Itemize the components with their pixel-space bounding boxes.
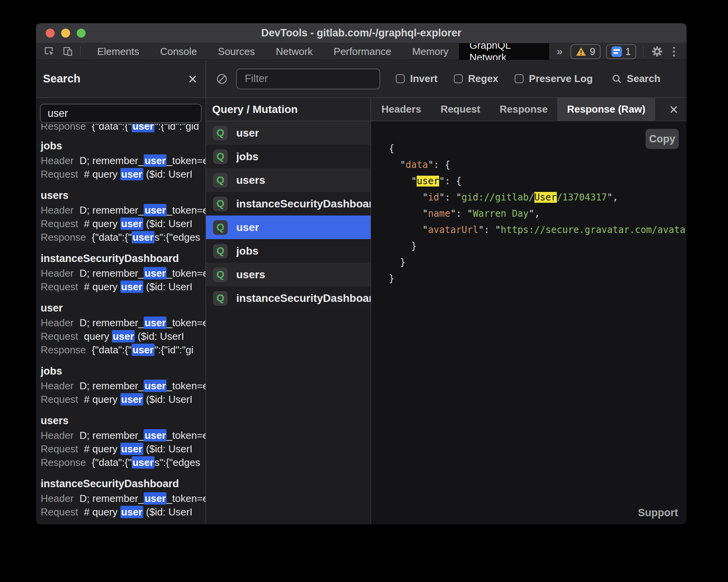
search-result-row[interactable]: Response{"data":{"users":{"edges bbox=[41, 456, 206, 469]
search-result-text: {"data":{" bbox=[92, 231, 132, 243]
search-result-row[interactable]: Request# query user ($id: UserI bbox=[41, 505, 206, 519]
filter-search-button[interactable]: Search bbox=[611, 73, 661, 85]
toolbar-tab-graphql-network[interactable]: GraphQL Network bbox=[459, 43, 549, 60]
toolbar-tab-memory[interactable]: Memory bbox=[402, 43, 459, 60]
search-result-section: jobsHeaderD; remember_user_token=eReques… bbox=[41, 140, 206, 181]
search-result-row[interactable]: HeaderD; remember_user_token=e bbox=[41, 267, 206, 280]
search-result-text: s":{"edges bbox=[155, 231, 200, 243]
devtools-window: DevTools - gitlab.com/-/graphql-explorer… bbox=[36, 23, 687, 524]
query-type-icon: Q bbox=[213, 149, 228, 164]
toolbar-tab-network[interactable]: Network bbox=[265, 43, 323, 60]
search-result-row[interactable]: Request# query user ($id: UserI bbox=[41, 442, 206, 456]
search-result-row-label: Response bbox=[41, 457, 86, 468]
search-result-section: jobsHeaderD; remember_user_token=eReques… bbox=[41, 365, 206, 406]
search-result-row-label: Request bbox=[41, 506, 78, 518]
search-result-operation-name[interactable]: users bbox=[41, 414, 206, 429]
search-result-row[interactable]: Request# query user ($id: UserI bbox=[41, 168, 206, 181]
query-item-instancesecuritydashboard[interactable]: QinstanceSecurityDashboard bbox=[206, 286, 371, 310]
detail-tab-response-raw[interactable]: Response (Raw) bbox=[557, 98, 655, 121]
search-result-row[interactable]: Response{"data":{"user":{"id":"gid bbox=[41, 124, 206, 133]
query-item-label: users bbox=[236, 174, 265, 187]
settings-gear-icon[interactable] bbox=[651, 45, 664, 58]
filter-checkbox-preserve-log[interactable]: Preserve Log bbox=[515, 73, 593, 85]
detail-tab-headers[interactable]: Headers bbox=[372, 98, 431, 121]
filter-checkbox-regex[interactable]: Regex bbox=[454, 73, 498, 85]
json-token: /13704317 bbox=[557, 192, 607, 203]
checkbox-label-regex: Regex bbox=[468, 73, 498, 85]
search-input[interactable] bbox=[40, 104, 202, 123]
checkbox-box-invert[interactable] bbox=[396, 74, 405, 83]
search-result-text: ($id: UserI bbox=[143, 443, 192, 455]
search-panel-header: Search × bbox=[36, 60, 206, 98]
search-result-row[interactable]: HeaderD; remember_user_token=e bbox=[41, 379, 206, 393]
search-result-row[interactable]: HeaderD; remember_user_token=e bbox=[41, 316, 206, 330]
search-result-row-label: Response bbox=[41, 344, 86, 356]
copy-button[interactable]: Copy bbox=[646, 129, 679, 149]
search-result-row[interactable]: Requestquery user ($id: UserI bbox=[41, 330, 206, 343]
search-result-row[interactable]: Response{"data":{"user":{"id":"gi bbox=[41, 343, 206, 357]
checkbox-box-preserve-log[interactable] bbox=[515, 74, 524, 83]
search-match-highlight: user bbox=[120, 281, 143, 293]
search-result-operation-name[interactable]: jobs bbox=[41, 365, 206, 379]
search-result-operation-name[interactable]: user bbox=[41, 302, 206, 316]
checkbox-box-regex[interactable] bbox=[454, 74, 463, 83]
search-result-row-label: Header bbox=[41, 430, 74, 441]
search-result-row[interactable]: HeaderD; remember_user_token=e bbox=[41, 154, 206, 168]
filter-checkbox-invert[interactable]: Invert bbox=[396, 73, 438, 85]
support-link[interactable]: Support bbox=[638, 507, 678, 519]
search-result-row-label: Response bbox=[41, 124, 86, 132]
query-list-panel: Query / Mutation QuserQjobsQusersQinstan… bbox=[206, 98, 371, 524]
toolbar-tab-performance[interactable]: Performance bbox=[323, 43, 402, 60]
query-item-instancesecuritydashboard[interactable]: QinstanceSecurityDashboard bbox=[206, 192, 371, 216]
search-result-row-label: Request bbox=[41, 218, 78, 229]
close-detail-panel-icon[interactable]: × bbox=[670, 98, 687, 121]
inspect-element-icon[interactable] bbox=[43, 45, 55, 58]
search-result-operation-name[interactable]: users bbox=[41, 189, 206, 204]
query-item-jobs[interactable]: Qjobs bbox=[206, 145, 371, 168]
json-search-highlight: User bbox=[534, 192, 557, 203]
query-item-label: instanceSecurityDashboard bbox=[236, 198, 371, 210]
search-match-highlight: user bbox=[144, 267, 167, 279]
warnings-badge[interactable]: 9 bbox=[570, 44, 601, 59]
titlebar: DevTools - gitlab.com/-/graphql-explorer bbox=[36, 23, 687, 43]
clear-icon[interactable] bbox=[216, 73, 228, 85]
search-result-text: ":{"id":"gid bbox=[155, 124, 199, 132]
search-result-row-label: Response bbox=[41, 231, 86, 243]
detail-tab-request[interactable]: Request bbox=[431, 98, 490, 121]
query-item-jobs[interactable]: Qjobs bbox=[206, 239, 371, 263]
toolbar-tab-elements[interactable]: Elements bbox=[87, 43, 149, 60]
search-result-operation-name[interactable]: instanceSecurityDashboard bbox=[41, 478, 206, 492]
search-result-operation-name[interactable]: instanceSecurityDashboard bbox=[41, 252, 206, 267]
query-item-users[interactable]: Qusers bbox=[206, 263, 371, 286]
query-item-users[interactable]: Qusers bbox=[206, 168, 371, 192]
query-item-label: instanceSecurityDashboard bbox=[236, 292, 371, 305]
search-result-row[interactable]: Request# query user ($id: UserI bbox=[41, 217, 206, 231]
detail-tab-response[interactable]: Response bbox=[490, 98, 557, 121]
search-result-row[interactable]: Request# query user ($id: UserI bbox=[41, 393, 206, 406]
toolbar-tab-sources[interactable]: Sources bbox=[208, 43, 265, 60]
query-item-user[interactable]: Quser bbox=[206, 121, 371, 145]
search-match-highlight: user bbox=[144, 317, 167, 329]
search-result-row-label: Header bbox=[41, 317, 74, 329]
search-result-row[interactable]: Request# query user ($id: UserI bbox=[41, 280, 206, 294]
more-options-icon[interactable] bbox=[669, 47, 679, 56]
issues-badge[interactable]: 1 bbox=[606, 44, 636, 59]
search-result-text: D; remember_ bbox=[79, 380, 144, 392]
toggle-device-toolbar-icon[interactable] bbox=[62, 45, 74, 58]
more-tabs-button[interactable]: » bbox=[549, 43, 571, 60]
query-item-label: user bbox=[236, 127, 259, 139]
close-search-panel-icon[interactable]: × bbox=[188, 71, 197, 87]
search-result-operation-name[interactable]: jobs bbox=[41, 140, 206, 154]
search-match-highlight: user bbox=[120, 168, 143, 180]
search-result-row[interactable]: HeaderD; remember_user_token=e bbox=[41, 204, 206, 217]
search-result-text: # query bbox=[84, 281, 120, 293]
query-item-user[interactable]: Quser bbox=[206, 216, 371, 239]
search-result-row[interactable]: Response{"data":{"users":{"edges bbox=[41, 231, 206, 244]
filter-input[interactable] bbox=[236, 68, 380, 89]
search-match-highlight: user bbox=[144, 154, 167, 167]
toolbar-tab-console[interactable]: Console bbox=[149, 43, 207, 60]
search-result-row[interactable]: HeaderD; remember_user_token=e bbox=[41, 429, 206, 442]
warnings-count: 9 bbox=[590, 46, 595, 57]
search-result-row[interactable]: HeaderD; remember_user_token=e bbox=[41, 492, 206, 505]
json-token: } bbox=[389, 241, 417, 252]
